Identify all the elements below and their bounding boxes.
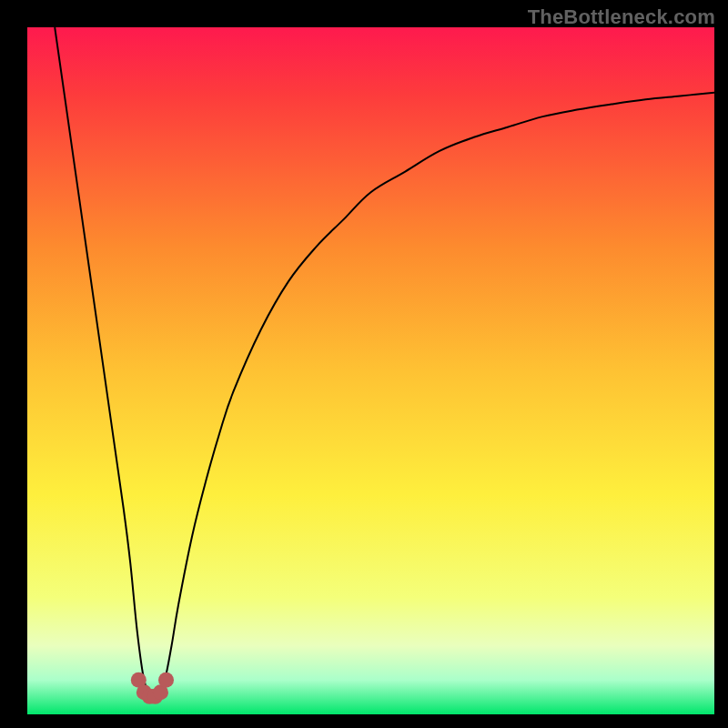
plot-area (27, 27, 714, 714)
chart-frame: TheBottleneck.com (0, 0, 728, 728)
watermark-text: TheBottleneck.com (528, 5, 715, 29)
gradient-background (27, 27, 714, 714)
bottleneck-chart (27, 27, 714, 714)
minimum-marker (158, 672, 174, 688)
